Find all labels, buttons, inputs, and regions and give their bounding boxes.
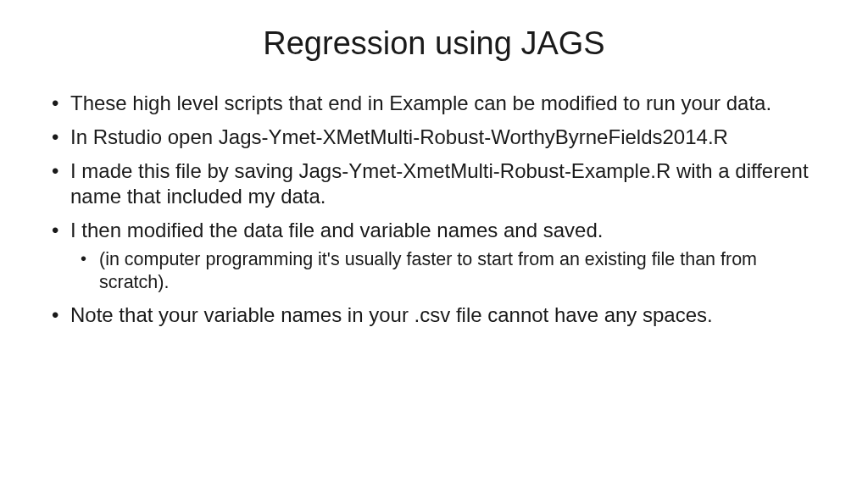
list-item: Note that your variable names in your .c… <box>47 302 821 328</box>
sub-bullet-text: (in computer programming it's usually fa… <box>99 249 757 292</box>
sub-list-item: (in computer programming it's usually fa… <box>70 248 821 294</box>
bullet-text: In Rstudio open Jags-Ymet-XMetMulti-Robu… <box>70 125 728 148</box>
bullet-list: These high level scripts that end in Exa… <box>47 91 821 328</box>
bullet-text: These high level scripts that end in Exa… <box>70 92 771 114</box>
list-item: In Rstudio open Jags-Ymet-XMetMulti-Robu… <box>47 125 821 150</box>
sub-bullet-list: (in computer programming it's usually fa… <box>70 248 821 294</box>
list-item: I made this file by saving Jags-Ymet-Xme… <box>47 158 821 209</box>
bullet-text: Note that your variable names in your .c… <box>70 303 713 326</box>
slide-title: Regression using JAGS <box>47 25 821 62</box>
slide-container: Regression using JAGS These high level s… <box>0 0 868 488</box>
bullet-text: I made this file by saving Jags-Ymet-Xme… <box>70 159 809 208</box>
list-item: These high level scripts that end in Exa… <box>47 91 821 116</box>
list-item: I then modified the data file and variab… <box>47 218 821 294</box>
bullet-text: I then modified the data file and variab… <box>70 219 603 241</box>
